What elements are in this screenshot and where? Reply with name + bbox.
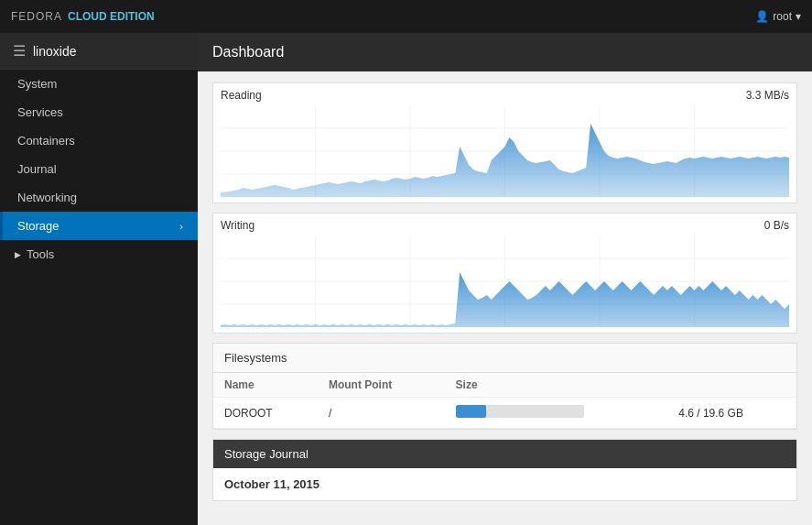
writing-chart bbox=[221, 235, 789, 327]
col-name: Name bbox=[213, 373, 318, 398]
topbar: FEDORA CLOUD EDITION 👤 root ▾ bbox=[0, 0, 812, 33]
main-layout: ☰ linoxide System Services Containers Jo… bbox=[0, 33, 812, 525]
progress-bar-container bbox=[456, 405, 584, 418]
fs-mount: / bbox=[318, 398, 445, 429]
table-header-row: Name Mount Point Size bbox=[213, 373, 796, 398]
writing-chart-section: Writing 0 B/s bbox=[212, 213, 797, 334]
fs-progress-cell bbox=[445, 398, 668, 429]
content-header: Dashboard bbox=[198, 33, 812, 71]
filesystems-table: Name Mount Point Size DOROOT / bbox=[213, 373, 796, 429]
sidebar-item-containers[interactable]: Containers bbox=[0, 126, 198, 155]
sidebar-item-label: System bbox=[17, 77, 57, 91]
storage-journal-section: Storage Journal October 11, 2015 bbox=[212, 439, 797, 501]
fs-size-label: 4.6 / 19.6 GB bbox=[667, 398, 796, 429]
user-menu[interactable]: 👤 root ▾ bbox=[755, 10, 801, 23]
filesystems-section: Filesystems Name Mount Point Size DOROO bbox=[212, 343, 797, 430]
storage-journal-date: October 11, 2015 bbox=[224, 477, 319, 491]
filesystems-header: Filesystems bbox=[213, 344, 796, 373]
reading-value: 3.3 MB/s bbox=[746, 89, 789, 102]
brand-fedora: FEDORA bbox=[11, 10, 62, 23]
sidebar-item-label: Storage bbox=[17, 219, 60, 233]
fs-name: DOROOT bbox=[213, 398, 318, 429]
sidebar-item-tools[interactable]: ▶ Tools bbox=[0, 240, 198, 268]
server-name: linoxide bbox=[33, 44, 76, 59]
sidebar-item-networking[interactable]: Networking bbox=[0, 183, 198, 212]
user-chevron: ▾ bbox=[796, 10, 801, 23]
content-area: Dashboard Reading 3.3 MB/s bbox=[198, 33, 812, 525]
writing-label: Writing bbox=[221, 219, 254, 232]
user-label: root bbox=[773, 10, 792, 23]
sidebar: ☰ linoxide System Services Containers Jo… bbox=[0, 33, 198, 525]
filesystems-title: Filesystems bbox=[224, 351, 287, 365]
writing-chart-header: Writing 0 B/s bbox=[221, 219, 789, 232]
col-size-val bbox=[667, 373, 796, 398]
content-body: Reading 3.3 MB/s bbox=[198, 71, 812, 525]
reading-chart-section: Reading 3.3 MB/s bbox=[212, 82, 797, 203]
page-title: Dashboard bbox=[212, 44, 284, 60]
progress-bar-fill bbox=[456, 405, 487, 418]
reading-chart-header: Reading 3.3 MB/s bbox=[221, 89, 789, 102]
reading-label: Reading bbox=[221, 89, 262, 102]
chevron-right-icon: › bbox=[179, 221, 183, 232]
sidebar-item-label: Journal bbox=[17, 162, 57, 176]
sidebar-item-label: Tools bbox=[27, 247, 54, 261]
storage-journal-body: October 11, 2015 bbox=[213, 468, 796, 500]
sidebar-item-label: Services bbox=[17, 105, 63, 119]
sidebar-nav: System Services Containers Journal Netwo… bbox=[0, 70, 198, 525]
writing-chart-svg bbox=[221, 235, 789, 327]
server-icon: ☰ bbox=[13, 42, 26, 60]
brand: FEDORA CLOUD EDITION bbox=[11, 10, 155, 23]
sidebar-item-journal[interactable]: Journal bbox=[0, 155, 198, 183]
sidebar-item-label: Networking bbox=[17, 191, 77, 204]
col-size: Size bbox=[445, 373, 668, 398]
user-icon: 👤 bbox=[755, 10, 769, 23]
brand-cloud-edition: CLOUD EDITION bbox=[68, 10, 155, 23]
filesystems-table-body: DOROOT / 4.6 / 19.6 GB bbox=[213, 398, 796, 429]
storage-journal-header: Storage Journal bbox=[213, 440, 796, 468]
table-row: DOROOT / 4.6 / 19.6 GB bbox=[213, 398, 796, 429]
triangle-right-icon: ▶ bbox=[15, 250, 21, 259]
sidebar-item-services[interactable]: Services bbox=[0, 98, 198, 126]
filesystems-table-head: Name Mount Point Size bbox=[213, 373, 796, 398]
col-mount: Mount Point bbox=[318, 373, 445, 398]
storage-journal-title: Storage Journal bbox=[224, 447, 309, 461]
server-label[interactable]: ☰ linoxide bbox=[0, 33, 198, 70]
reading-chart-svg bbox=[221, 105, 789, 197]
sidebar-item-storage[interactable]: Storage › bbox=[0, 212, 198, 240]
sidebar-item-system[interactable]: System bbox=[0, 70, 198, 98]
writing-value: 0 B/s bbox=[764, 219, 789, 232]
reading-chart bbox=[221, 105, 789, 197]
sidebar-item-label: Containers bbox=[17, 134, 75, 148]
